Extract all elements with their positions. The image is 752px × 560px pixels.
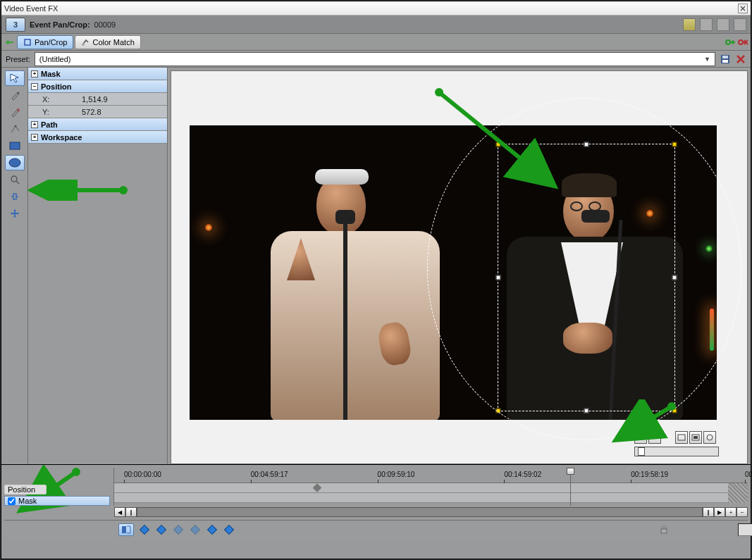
first-keyframe-button[interactable] [138,523,151,536]
prop-x-value: 1,514.9 [82,95,164,104]
timeline-ruler[interactable]: 00:00:00:0000:04:59:1700:09:59:1000:14:5… [114,468,748,483]
svg-rect-9 [10,142,20,149]
plugin-remove-icon[interactable] [736,37,748,48]
scroll-left-button[interactable]: ◀ [114,507,125,517]
preset-dropdown[interactable]: (Untitled) ▼ [35,52,715,66]
svg-point-15 [707,435,713,440]
prop-workspace-header[interactable]: +Workspace [28,131,167,144]
tool-edit[interactable] [5,70,25,86]
prev-keyframe-button[interactable] [155,523,168,536]
delete-preset-button[interactable] [735,54,746,65]
delete-keyframe-button[interactable] [189,523,202,536]
tool-rectangle-mask[interactable] [5,138,25,154]
event-icon[interactable]: 3 [6,18,25,32]
header-code: 00009 [94,20,116,29]
preset-row: Preset: (Untitled) ▼ [1,51,751,68]
fit-button-a[interactable] [675,431,688,444]
prop-y-label: Y: [31,108,79,116]
prop-x-row[interactable]: X:1,514.9 [28,93,167,106]
tool-anchor-create[interactable] [5,87,25,103]
canvas-wrap: + − [168,68,751,464]
zoom-out-button[interactable]: − [648,431,661,444]
prop-workspace-label: Workspace [41,133,82,142]
zoom-slider[interactable] [634,447,719,456]
timeline-scrollbar[interactable]: ◀ ‖ ‖ ▶ + − [4,507,748,517]
prop-y-value: 572.8 [82,108,164,116]
window-title: Video Event FX [4,4,738,13]
prop-position-header[interactable]: −Position [28,80,167,93]
tab-pan-crop[interactable]: Pan/Crop [17,35,73,49]
prop-y-row[interactable]: Y:572.8 [28,106,167,118]
track-mask[interactable]: Mask [4,496,110,506]
prop-mask-label: Mask [41,70,61,78]
header-strip: 3 Event Pan/Crop: 00009 [1,15,751,34]
timeline-track-labels: Position Mask [4,468,114,506]
expand-icon: + [31,134,38,141]
save-preset-button[interactable] [720,54,731,65]
main-area: +Mask −Position X:1,514.9 Y:572.8 +Path … [1,68,751,464]
svg-point-11 [11,176,17,182]
lock-icon[interactable] [659,525,669,535]
zoom-out-timeline-button[interactable]: − [736,507,748,517]
scroll-left-step-button[interactable]: ‖ [125,507,137,517]
track-mask-checkbox[interactable] [8,497,16,505]
ruler-tick: 00:24:58:12 [745,471,752,478]
tool-split-tangent[interactable] [5,121,25,137]
svg-rect-12 [678,435,685,440]
preset-label: Preset: [6,55,30,63]
prop-path-header[interactable]: +Path [28,118,167,131]
track-position[interactable]: Position [4,485,47,494]
canvas[interactable]: + − [171,70,748,464]
expand-icon: + [31,121,38,128]
track-position-lane[interactable] [114,483,748,493]
tool-belt [1,68,28,464]
fit-button-c[interactable] [703,431,716,444]
header-toggle-b[interactable] [700,18,713,31]
properties-panel: +Mask −Position X:1,514.9 Y:572.8 +Path … [28,68,168,464]
zoom-in-button[interactable]: + [634,431,647,444]
tool-anchor-delete[interactable] [5,104,25,120]
header-toggle-d[interactable] [734,18,746,31]
tab-color-match-label: Color Match [92,38,134,46]
prop-mask-header[interactable]: +Mask [28,68,167,80]
playhead[interactable] [570,468,571,506]
svg-rect-5 [722,60,728,63]
keyframe-marker[interactable] [312,483,321,492]
event-icon-text: 3 [13,20,18,29]
header-toggle-a[interactable] [683,18,696,31]
prop-position-label: Position [41,82,71,91]
tool-oval-mask[interactable] [5,155,25,170]
svg-point-10 [9,158,20,167]
zoom-in-timeline-button[interactable]: + [725,507,736,517]
ruler-tick: 00:09:59:10 [378,471,415,478]
tab-color-match[interactable]: Color Match [75,35,140,49]
header-toggle-c[interactable] [717,18,729,31]
add-keyframe-button[interactable] [172,523,185,536]
svg-rect-22 [661,529,667,533]
fx-chain-row: Pan/Crop Color Match [1,34,751,51]
sync-cursor-button[interactable] [118,523,134,536]
svg-point-8 [14,125,16,127]
mask-ellipse[interactable] [427,98,741,440]
prop-path-label: Path [41,120,58,129]
tool-enable-snap[interactable] [5,189,25,204]
timeline-body[interactable]: 00:00:00:0000:04:59:1700:09:59:1000:14:5… [114,468,748,506]
last-keyframe-button[interactable] [223,523,235,536]
track-mask-label: Mask [18,497,37,505]
expand-icon: + [31,70,38,77]
plugin-add-icon[interactable] [724,37,735,48]
tool-move-freely[interactable] [5,206,25,221]
transport-bar: 00:18:00:12 [4,520,748,538]
track-mask-lane[interactable] [114,493,748,503]
scroll-right-step-button[interactable]: ‖ [703,507,714,517]
scroll-right-button[interactable]: ▶ [714,507,725,517]
timeline-end-region [728,483,748,503]
fit-button-b[interactable] [689,431,702,444]
pan-crop-icon [23,38,32,46]
keyframe-nav-buttons [138,523,235,536]
close-button[interactable] [738,4,748,13]
tool-zoom[interactable] [5,172,25,187]
collapse-icon: − [31,83,38,90]
track-position-label: Position [8,485,35,494]
next-keyframe-button[interactable] [206,523,218,536]
